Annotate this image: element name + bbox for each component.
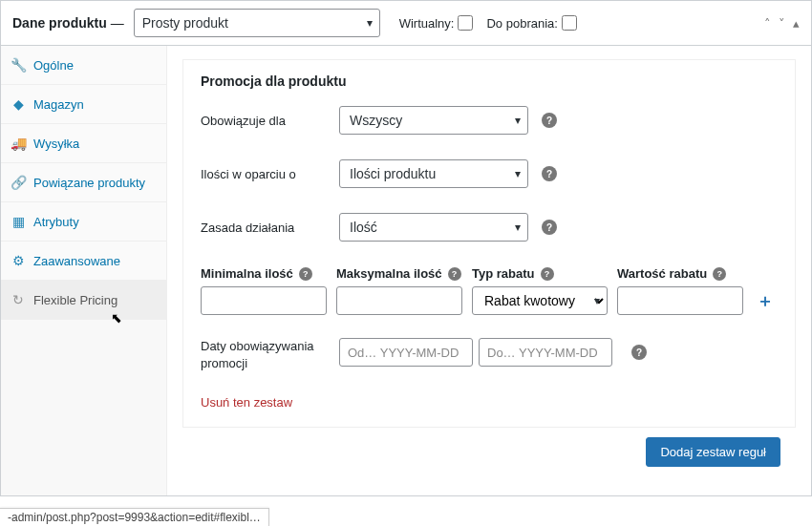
help-icon[interactable]: ? xyxy=(631,345,647,360)
downloadable-checkbox[interactable] xyxy=(562,15,577,31)
tab-inventory[interactable]: ◆ Magazyn xyxy=(1,85,166,124)
add-row-icon[interactable]: ＋ xyxy=(753,289,778,312)
wrench-icon: 🔧 xyxy=(11,57,26,73)
tab-label: Flexible Pricing xyxy=(33,293,118,307)
grid-icon: ▦ xyxy=(11,214,26,229)
col-type-header: Typ rabatu ? xyxy=(472,266,608,281)
refresh-icon: ↻ xyxy=(11,292,26,307)
tab-label: Ogólne xyxy=(33,58,74,73)
delete-set-link[interactable]: Usuń ten zestaw xyxy=(201,395,778,410)
tab-linked[interactable]: 🔗 Powiązane produkty xyxy=(1,163,166,202)
dates-label: Daty obowiązywania promocji xyxy=(201,338,339,372)
help-icon[interactable]: ? xyxy=(541,267,554,281)
col-value-header: Wartość rabatu ? xyxy=(617,266,743,281)
applies-to-label: Obowiązuje dla xyxy=(201,114,339,128)
move-down-icon[interactable]: ˅ xyxy=(779,16,785,31)
qty-based-label: Ilości w oparciu o xyxy=(201,167,339,181)
date-to-input[interactable] xyxy=(479,338,612,367)
virtual-checkbox-label[interactable]: Wirtualny: xyxy=(399,15,474,31)
applies-to-select[interactable]: Wszyscy xyxy=(339,106,528,135)
product-type-select[interactable]: Prosty produkt xyxy=(134,9,380,37)
date-from-input[interactable] xyxy=(339,338,473,367)
product-tabs-sidebar: 🔧 Ogólne ◆ Magazyn 🚚 Wysyłka 🔗 Powiązane… xyxy=(1,46,167,495)
help-icon[interactable]: ? xyxy=(713,267,726,281)
rule-select[interactable]: Ilość xyxy=(339,213,528,242)
tab-label: Zaawansowane xyxy=(33,254,120,268)
qty-based-select[interactable]: Ilości produktu xyxy=(339,159,528,188)
tab-content: Promocja dla produktu Obowiązuje dla Wsz… xyxy=(167,46,811,495)
tab-label: Powiązane produkty xyxy=(33,176,145,190)
help-icon[interactable]: ? xyxy=(299,267,312,281)
tab-shipping[interactable]: 🚚 Wysyłka xyxy=(1,124,166,163)
virtual-checkbox[interactable] xyxy=(458,15,473,31)
gear-icon: ⚙ xyxy=(11,253,26,268)
truck-icon: 🚚 xyxy=(11,136,26,151)
tab-attributes[interactable]: ▦ Atrybuty xyxy=(1,202,166,242)
panel-title: Dane produktu — xyxy=(12,15,124,31)
panel-header: Dane produktu — Prosty produkt Wirtualny… xyxy=(1,1,811,46)
downloadable-checkbox-label[interactable]: Do pobrania: xyxy=(486,15,576,31)
inventory-icon: ◆ xyxy=(11,96,26,112)
move-up-icon[interactable]: ˄ xyxy=(764,16,771,31)
tab-general[interactable]: 🔧 Ogólne xyxy=(1,46,166,85)
max-qty-input[interactable] xyxy=(336,286,462,315)
tab-label: Atrybuty xyxy=(33,215,79,229)
help-icon[interactable]: ? xyxy=(542,113,557,128)
discount-type-select[interactable]: Rabat kwotowy xyxy=(472,286,608,315)
tab-label: Magazyn xyxy=(33,97,84,112)
tab-label: Wysyłka xyxy=(33,137,79,151)
discount-value-input[interactable] xyxy=(617,286,743,315)
help-icon[interactable]: ? xyxy=(542,166,557,181)
link-icon: 🔗 xyxy=(11,175,26,190)
cursor-icon: ⬉ xyxy=(111,310,276,326)
toggle-icon[interactable]: ▴ xyxy=(793,16,800,31)
rule-label: Zasada działania xyxy=(201,221,339,235)
panel-controls: ˄ ˅ ▴ xyxy=(764,16,800,31)
col-max-header: Maksymalna ilość ? xyxy=(336,266,462,281)
product-data-panel: Dane produktu — Prosty produkt Wirtualny… xyxy=(0,0,812,496)
help-icon[interactable]: ? xyxy=(542,220,557,235)
col-min-header: Minimalna ilość ? xyxy=(201,266,327,281)
section-title: Promocja dla produktu xyxy=(201,74,778,89)
add-ruleset-button[interactable]: Dodaj zestaw reguł xyxy=(646,437,780,467)
help-icon[interactable]: ? xyxy=(448,267,461,281)
tab-advanced[interactable]: ⚙ Zaawansowane xyxy=(1,242,166,281)
